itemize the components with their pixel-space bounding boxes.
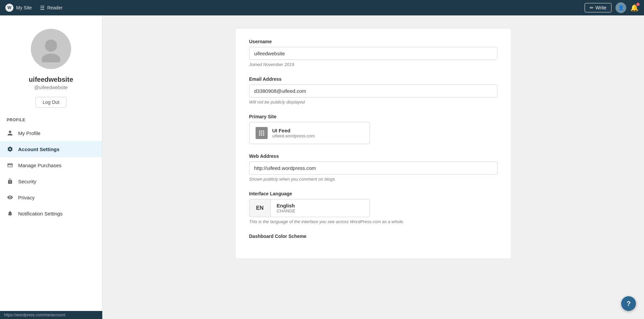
primary-site-field-group: Primary Site UI Feed uifeed.wordpress.co… — [249, 114, 497, 144]
person-icon — [7, 130, 13, 136]
profile-section-label: Profile — [0, 118, 32, 122]
sidebar-item-security[interactable]: Security — [0, 173, 102, 189]
language-info: English CHANGE — [271, 199, 302, 217]
language-hint: This is the language of the interface yo… — [249, 219, 497, 224]
wordpress-icon: W — [5, 4, 13, 12]
my-profile-label: My Profile — [18, 130, 41, 136]
logout-button[interactable]: Log Out — [36, 97, 66, 108]
sidebar-item-my-profile[interactable]: My Profile — [0, 125, 102, 141]
username-field-group: Username Joined November 2019 — [249, 39, 497, 67]
eye-icon — [7, 194, 13, 201]
top-nav-left: W My Site ☰ Reader — [5, 4, 63, 12]
write-icon: ✏ — [590, 5, 594, 10]
sidebar-item-notification-settings[interactable]: Notification Settings — [0, 205, 102, 221]
avatar-initial: 👤 — [618, 5, 624, 10]
interface-language-label: Interface Language — [249, 191, 497, 196]
dashboard-color-label: Dashboard Color Scheme — [249, 234, 497, 239]
site-url: uifeed.wordpress.com — [272, 133, 315, 138]
sidebar: uifeedwebsite @uifeedwebsite Log Out Pro… — [0, 15, 102, 319]
my-site-label: My Site — [16, 5, 32, 10]
reader-nav[interactable]: ☰ Reader — [40, 5, 63, 11]
email-field-group: Email Address Will not be publicly displ… — [249, 76, 497, 105]
sidebar-item-privacy[interactable]: Privacy — [0, 189, 102, 205]
reader-icon: ☰ — [40, 5, 45, 11]
primary-site-label: Primary Site — [249, 114, 497, 119]
web-address-input[interactable] — [249, 162, 497, 175]
web-address-label: Web Address — [249, 153, 497, 159]
web-address-field-group: Web Address Shown publicly when you comm… — [249, 153, 497, 182]
sidebar-item-manage-purchases[interactable]: Manage Purchases — [0, 157, 102, 173]
lock-icon — [7, 178, 13, 185]
sidebar-username: uifeedwebsite — [29, 76, 73, 83]
status-url: https://wordpress.com/me/account — [4, 313, 65, 317]
joined-text: Joined November 2019 — [249, 62, 497, 67]
language-change: CHANGE — [277, 208, 296, 213]
reader-label: Reader — [47, 5, 63, 10]
write-label: Write — [596, 5, 606, 10]
email-hint: Will not be publicly displayed — [249, 100, 497, 105]
site-name: UI Feed — [272, 128, 315, 133]
language-code: EN — [250, 199, 271, 217]
notification-bell[interactable]: 🔔 — [630, 4, 639, 12]
sidebar-nav: My Profile Account Settings Manage Purch… — [0, 125, 102, 221]
main-layout: uifeedwebsite @uifeedwebsite Log Out Pro… — [0, 15, 644, 319]
manage-purchases-label: Manage Purchases — [18, 163, 61, 168]
my-site-nav[interactable]: W My Site — [5, 4, 32, 12]
account-settings-label: Account Settings — [18, 146, 59, 152]
user-avatar-nav[interactable]: 👤 — [615, 2, 626, 13]
language-box[interactable]: EN English CHANGE — [249, 199, 370, 217]
username-input[interactable] — [249, 47, 497, 60]
card-icon — [7, 162, 13, 169]
dashboard-color-field-group: Dashboard Color Scheme — [249, 234, 497, 239]
content-card: Username Joined November 2019 Email Addr… — [236, 29, 511, 258]
email-label: Email Address — [249, 76, 497, 82]
help-button[interactable]: ? — [621, 296, 636, 311]
top-nav-right: ✏ Write 👤 🔔 — [585, 2, 639, 13]
main-content: Username Joined November 2019 Email Addr… — [102, 15, 644, 319]
username-label: Username — [249, 39, 497, 44]
site-icon — [256, 127, 268, 139]
notification-badge — [636, 3, 640, 6]
sidebar-avatar — [31, 29, 71, 69]
site-info: UI Feed uifeed.wordpress.com — [272, 128, 315, 138]
language-name: English — [277, 203, 296, 208]
svg-point-1 — [42, 54, 60, 62]
bell-nav-icon — [7, 210, 13, 217]
email-input[interactable] — [249, 84, 497, 98]
write-button[interactable]: ✏ Write — [585, 3, 611, 12]
sidebar-item-account-settings[interactable]: Account Settings — [0, 141, 102, 157]
svg-point-0 — [45, 40, 57, 52]
status-bar: https://wordpress.com/me/account — [0, 311, 102, 319]
web-address-hint: Shown publicly when you comment on blogs… — [249, 177, 497, 182]
top-nav: W My Site ☰ Reader ✏ Write 👤 🔔 — [0, 0, 644, 15]
sidebar-handle: @uifeedwebsite — [34, 85, 68, 90]
gear-icon — [7, 146, 13, 152]
notification-settings-label: Notification Settings — [18, 211, 63, 216]
security-label: Security — [18, 179, 36, 184]
primary-site-box[interactable]: UI Feed uifeed.wordpress.com — [249, 122, 370, 144]
interface-language-field-group: Interface Language EN English CHANGE Thi… — [249, 191, 497, 224]
privacy-label: Privacy — [18, 195, 35, 200]
